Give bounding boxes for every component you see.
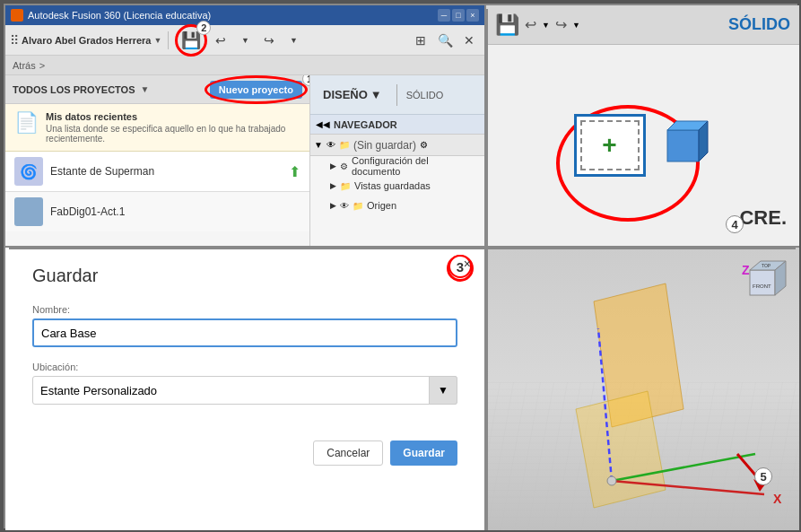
solid-3d-preview	[658, 117, 712, 174]
project-name-2: FabDig01-Act.1	[50, 205, 125, 218]
project-item-1[interactable]: 🌀 Estante de Superman ⬆	[5, 152, 309, 192]
tr-create-section: +	[574, 114, 712, 177]
nav-item-views[interactable]: ▶ 📁 Vistas guardadas	[310, 176, 484, 196]
doc-title: (Sin guardar)	[353, 139, 416, 152]
close-btn[interactable]: ×	[466, 9, 479, 22]
tr-solid-label: SÓLIDO	[728, 15, 790, 34]
vertical-divider	[486, 9, 488, 530]
mis-datos-subtitle: Una lista donde se especifica aquello en…	[46, 124, 300, 144]
dialog-close-btn[interactable]: ×	[464, 257, 471, 271]
redo-dropdown[interactable]: ▼	[283, 30, 304, 51]
svg-rect-0	[667, 130, 699, 161]
sidebar-dropdown-arrow[interactable]: ▼	[141, 84, 150, 94]
mis-datos-title: Mis datos recientes	[46, 111, 300, 122]
svg-point-9	[607, 476, 616, 485]
save-dialog-panel: 3 × Guardar Nombre: Ubicación: Estante P…	[5, 248, 486, 530]
minimize-btn[interactable]: ─	[438, 9, 450, 22]
tr-redo-dropdown[interactable]: ▼	[572, 21, 580, 30]
viewport-3d-panel: X Z FRONT TOP 5	[486, 248, 799, 530]
nav-title-bar: ▼ 👁 📁 (Sin guardar) ⚙	[310, 135, 484, 156]
nav-item-origin[interactable]: ▶ 👁 📁 Origen	[310, 196, 484, 215]
nav-item-config[interactable]: ▶ ⚙ Configuración del documento	[310, 156, 484, 176]
location-select[interactable]: Estante Personalizado	[32, 376, 457, 405]
save-button-container[interactable]: 💾 2	[175, 24, 207, 57]
location-label: Ubicación:	[32, 362, 457, 372]
design-btn[interactable]: DISEÑO ▼	[318, 84, 387, 105]
project-export-icon-1[interactable]: ⬆	[289, 163, 300, 180]
mis-datos-section[interactable]: 📄 Mis datos recientes Una lista donde se…	[5, 104, 309, 152]
location-select-wrapper: Estante Personalizado ▼	[32, 376, 457, 405]
grid-view-btn[interactable]: ⊞	[410, 30, 431, 51]
create-icon-box[interactable]: +	[574, 114, 646, 177]
app-icon	[11, 9, 23, 22]
user-name: Alvaro Abel Grados Herrera	[22, 35, 151, 46]
sidebar-title: TODOS LOS PROYECTOS	[13, 84, 135, 95]
design-toolbar: DISEÑO ▼ SÓLIDO	[310, 75, 484, 115]
tr-toolbar: 💾 ↩ ▼ ↪ ▼ SÓLIDO	[486, 5, 799, 45]
svg-text:TOP: TOP	[762, 263, 771, 268]
nav-header: ◀◀ NAVEGADOR	[310, 115, 484, 135]
nuevo-proyecto-button[interactable]: Nuevo proyecto 1	[210, 81, 302, 99]
svg-rect-14	[750, 270, 775, 295]
dialog-buttons: Cancelar Guardar	[32, 440, 457, 466]
dialog-title: Guardar	[32, 266, 457, 286]
app-title: Autodesk Fusion 360 (Licencia educativa)	[28, 10, 211, 21]
undo-btn[interactable]: ↩	[210, 30, 231, 51]
search-btn[interactable]: 🔍	[434, 30, 456, 51]
undo-dropdown[interactable]: ▼	[234, 30, 256, 51]
solid-label: SÓLIDO	[406, 90, 444, 100]
maximize-btn[interactable]: □	[452, 9, 465, 22]
close-app-btn[interactable]: ✕	[458, 30, 480, 51]
save-button[interactable]: Guardar	[390, 440, 457, 466]
navcube-svg: FRONT TOP	[745, 257, 790, 301]
sidebar-header: TODOS LOS PROYECTOS ▼ Nuevo proyecto 1	[5, 75, 309, 104]
badge-2: 2	[196, 21, 211, 35]
svg-text:FRONT: FRONT	[753, 283, 771, 289]
user-avatar: ⠿	[10, 33, 19, 48]
cancel-button[interactable]: Cancelar	[313, 440, 383, 466]
svg-text:X: X	[773, 492, 782, 506]
subnav: Atrás >	[5, 56, 484, 75]
forward-label: >	[39, 60, 45, 71]
badge-1: 1	[302, 75, 310, 86]
solid-3d-svg	[658, 117, 712, 170]
sidebar: TODOS LOS PROYECTOS ▼ Nuevo proyecto 1 📄…	[5, 75, 310, 246]
project-thumb-2	[14, 197, 43, 226]
tr-save-icon[interactable]: 💾	[495, 13, 519, 37]
name-label: Nombre:	[32, 304, 457, 315]
project-thumb-1: 🌀	[14, 157, 43, 186]
horizontal-divider	[9, 248, 796, 249]
badge-4: 4	[726, 215, 744, 233]
toolbar-separator	[168, 31, 169, 49]
nav-header-text: NAVEGADOR	[334, 119, 397, 130]
tr-undo-btn[interactable]: ↩	[525, 16, 536, 33]
tr-content: + CRE. 4	[486, 45, 799, 246]
navcube[interactable]: FRONT TOP	[745, 257, 790, 301]
project-name-1: Estante de Superman	[50, 165, 282, 178]
mis-datos-text: Mis datos recientes Una lista donde se e…	[46, 111, 300, 144]
3d-viewport[interactable]: X Z FRONT TOP 5	[486, 248, 799, 530]
navigator-panel: DISEÑO ▼ SÓLIDO ◀◀ NAVEGADOR ▼ 👁 📁 (Sin …	[310, 75, 484, 246]
tr-undo-dropdown[interactable]: ▼	[542, 21, 550, 30]
badge-5: 5	[754, 467, 772, 485]
name-input[interactable]	[32, 318, 457, 347]
mis-datos-icon: 📄	[14, 111, 39, 144]
create-dashed-border	[580, 120, 640, 170]
window-controls: ─ □ ×	[438, 9, 479, 22]
back-label[interactable]: Atrás	[13, 60, 36, 71]
design-sep	[396, 84, 397, 106]
tr-redo-btn[interactable]: ↪	[555, 16, 567, 33]
cre-label: CRE.	[739, 206, 787, 230]
toolbar-right: ⊞ 🔍 ✕	[410, 30, 480, 51]
redo-btn[interactable]: ↪	[258, 30, 280, 51]
user-dropdown-arrow[interactable]: ▼	[153, 36, 161, 45]
project-item-2[interactable]: FabDig01-Act.1	[5, 192, 309, 231]
